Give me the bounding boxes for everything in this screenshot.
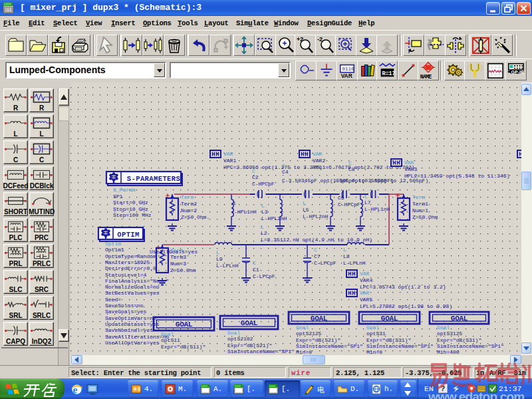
svg-text:L3: L3 bbox=[261, 209, 268, 215]
svg-text:GOAL: GOAL bbox=[451, 315, 468, 323]
svg-text:GOAL: GOAL bbox=[381, 315, 398, 323]
svg-text:MaxIters=18925: MaxIters=18925 bbox=[105, 259, 150, 265]
svg-text:Num=2: Num=2 bbox=[181, 207, 197, 213]
svg-text:C: C bbox=[282, 163, 285, 169]
svg-text:NAME: NAME bbox=[420, 74, 432, 80]
svg-text:L8: L8 bbox=[343, 253, 350, 259]
svg-text:L: L bbox=[343, 247, 346, 253]
svg-text:C2: C2 bbox=[252, 174, 259, 180]
svg-text:L9: L9 bbox=[216, 256, 223, 262]
svg-text:OPTIM: OPTIM bbox=[117, 231, 140, 239]
svg-text:S_Param: S_Param bbox=[113, 187, 136, 193]
svg-text:C-LPCpF: C-LPCpF bbox=[253, 273, 275, 279]
svg-text:Goal: Goal bbox=[366, 325, 379, 331]
svg-text:NormalizeGoals=no: NormalizeGoals=no bbox=[105, 284, 160, 290]
svg-text:VAR5: VAR5 bbox=[360, 297, 372, 303]
svg-text:Min=0: Min=0 bbox=[296, 349, 312, 355]
svg-text:L-HPL2nH: L-HPL2nH bbox=[303, 213, 329, 219]
svg-text:03pF opt(0.505pF to 12.505pF): 03pF opt(0.505pF to 12.505pF) bbox=[336, 178, 428, 184]
svg-text:SaveNominal=yes: SaveNominal=yes bbox=[105, 327, 153, 333]
svg-text:Stop=10 GHz: Stop=10 GHz bbox=[113, 206, 148, 212]
svg-text:Optim: Optim bbox=[105, 241, 121, 247]
svg-text:UseAllOptVars=yes: UseAllOptVars=yes bbox=[105, 340, 160, 346]
svg-text:Expr="dB(S31)": Expr="dB(S31)" bbox=[366, 337, 411, 343]
svg-text:optS31: optS31 bbox=[366, 331, 386, 336]
svg-text:VAR: VAR bbox=[313, 151, 323, 157]
svg-text:SaveGoals=yes: SaveGoals=yes bbox=[105, 309, 147, 315]
svg-text:0110: 0110 bbox=[342, 66, 354, 72]
svg-text:optS3125: optS3125 bbox=[437, 331, 463, 336]
svg-text:R=17: R=17 bbox=[382, 70, 396, 77]
svg-text:GP-IB: GP-IB bbox=[511, 70, 524, 74]
svg-text:LPC=3.05743 opt(1.2 to 3.2): LPC=3.05743 opt(1.2 to 3.2) bbox=[360, 284, 446, 290]
svg-text:optS2125: optS2125 bbox=[296, 331, 322, 336]
svg-text:L7: L7 bbox=[364, 200, 371, 205]
svg-text:C-HPCpF: C-HPCpF bbox=[338, 201, 360, 207]
svg-text:C: C bbox=[253, 260, 256, 266]
svg-text:S-PARAMETERS: S-PARAMETERS bbox=[127, 175, 180, 183]
svg-text:VAR4: VAR4 bbox=[360, 277, 372, 283]
svg-text:VAR: VAR bbox=[341, 72, 352, 79]
svg-text:SimInstanceName="SP1": SimInstanceName="SP1" bbox=[296, 343, 363, 349]
svg-text:OptimType=Random: OptimType=Random bbox=[105, 253, 156, 259]
svg-text:VAR1: VAR1 bbox=[223, 158, 236, 164]
svg-text:GOAL: GOAL bbox=[241, 319, 258, 327]
svg-text:C: C bbox=[314, 247, 317, 253]
svg-text:HPL1=6.70179 opt(2.702 to 6.70: HPL1=6.70179 opt(2.702 to 6.702) bbox=[313, 164, 415, 170]
svg-text:L: L bbox=[261, 224, 264, 230]
svg-text:Start=0 GHz: Start=0 GHz bbox=[113, 200, 148, 205]
svg-text:UseAllGoals=yes: UseAllGoals=yes bbox=[150, 249, 198, 255]
svg-text:C: C bbox=[348, 160, 352, 166]
svg-text:L-LPLnH: L-LPLnH bbox=[216, 263, 239, 269]
svg-text:Goal: Goal bbox=[296, 325, 309, 331]
svg-text:LPL=5.27982 opt(1.98 to 9.98): LPL=5.27982 opt(1.98 to 9.98) bbox=[360, 303, 452, 309]
svg-text:Term1: Term1 bbox=[412, 201, 428, 207]
svg-text:Expr="dB(S21)": Expr="dB(S21)" bbox=[296, 337, 340, 343]
svg-text:C: C bbox=[252, 168, 255, 174]
svg-text:SaveSolns=no: SaveSolns=no bbox=[105, 303, 144, 309]
svg-text:C-HPCpF: C-HPCpF bbox=[252, 181, 275, 187]
svg-text:L5: L5 bbox=[303, 207, 309, 213]
svg-text:StatusLevel=4: StatusLevel=4 bbox=[105, 272, 147, 278]
svg-text:Num=3: Num=3 bbox=[170, 261, 186, 267]
svg-text:C4: C4 bbox=[282, 169, 289, 175]
svg-text:L: L bbox=[303, 200, 306, 206]
svg-text:Z=50.Ohm: Z=50.Ohm bbox=[170, 267, 196, 273]
svg-text:L-LPLnH: L-LPLnH bbox=[343, 260, 366, 266]
svg-text:VAR: VAR bbox=[223, 151, 233, 157]
svg-text:Expr="dB(S21)": Expr="dB(S21)" bbox=[227, 342, 272, 348]
svg-text:Min=400: Min=400 bbox=[437, 349, 460, 355]
svg-text:DesiredError=0.0: DesiredError=0.0 bbox=[105, 265, 156, 271]
svg-text:SP1: SP1 bbox=[113, 194, 123, 200]
svg-text:optS2102: optS2102 bbox=[227, 336, 253, 342]
svg-text:Num=1: Num=1 bbox=[412, 207, 428, 213]
svg-text:L: L bbox=[261, 203, 265, 209]
svg-text:1: 1 bbox=[233, 200, 236, 206]
svg-text:-HPL1nH: -HPL1nH bbox=[234, 209, 257, 215]
svg-text:Z=50 Ohm.: Z=50 Ohm. bbox=[181, 214, 209, 220]
svg-text:L: L bbox=[364, 194, 368, 200]
svg-text:100V: 100V bbox=[269, 384, 276, 388]
svg-text:C6: C6 bbox=[338, 195, 344, 201]
svg-text:L-HPL1nH: L-HPL1nH bbox=[364, 206, 390, 212]
svg-text:Expr="dB(S31)": Expr="dB(S31)" bbox=[437, 337, 481, 343]
svg-text:C1: C1 bbox=[253, 267, 259, 273]
svg-text:optS11: optS11 bbox=[161, 337, 180, 343]
svg-text:Term3: Term3 bbox=[170, 254, 186, 260]
svg-text:SimInstanceName="SP1": SimInstanceName="SP1" bbox=[437, 343, 504, 349]
svg-text:100V: 100V bbox=[235, 384, 241, 388]
svg-text:VAR: VAR bbox=[404, 160, 414, 166]
svg-text:GOAL: GOAL bbox=[311, 315, 328, 323]
svg-text:Goal: Goal bbox=[227, 330, 240, 336]
svg-text:Expr="dB(S11)": Expr="dB(S11)" bbox=[161, 344, 205, 350]
svg-text:Term: Term bbox=[412, 194, 425, 200]
svg-text:Goal: Goal bbox=[161, 331, 174, 337]
svg-text:Term: Term bbox=[181, 194, 194, 200]
svg-text:C7: C7 bbox=[314, 253, 321, 259]
svg-text:SimInstanceName="SP1": SimInstanceName="SP1" bbox=[366, 343, 434, 349]
svg-text:L: L bbox=[216, 249, 219, 255]
svg-text:Z=50.Ohm: Z=50.Ohm bbox=[412, 214, 438, 220]
svg-text:L2: L2 bbox=[261, 230, 267, 236]
svg-text:Step=100 MHz: Step=100 MHz bbox=[113, 212, 152, 218]
svg-text:C-LPCpF: C-LPCpF bbox=[314, 260, 336, 266]
